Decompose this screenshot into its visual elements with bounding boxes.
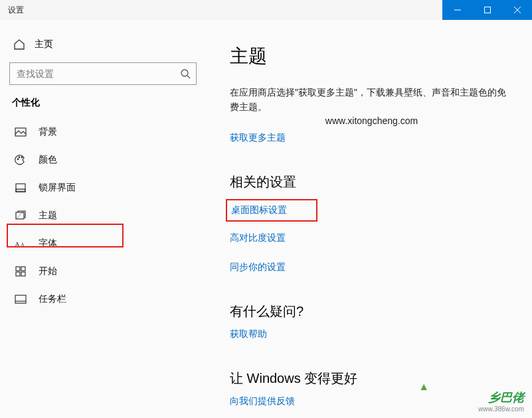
search-icon — [180, 68, 191, 79]
maximize-icon — [484, 7, 491, 13]
search-input[interactable] — [17, 68, 180, 79]
font-icon: AA — [15, 238, 27, 249]
picture-icon — [15, 126, 27, 138]
svg-rect-15 — [16, 267, 20, 271]
sidebar-item-label: 背景 — [39, 126, 57, 138]
minimize-button[interactable] — [442, 0, 472, 20]
svg-point-8 — [19, 157, 20, 158]
sidebar-item-start[interactable]: 开始 — [9, 257, 197, 285]
theme-icon — [15, 210, 27, 222]
highlight-box-link: 桌面图标设置 — [226, 199, 317, 222]
watermark-url: www.xitongcheng.com — [230, 113, 513, 128]
sidebar-item-fonts[interactable]: AA 字体 — [9, 230, 197, 257]
svg-rect-11 — [16, 189, 25, 192]
sidebar-item-label: 锁屏界面 — [39, 182, 76, 194]
lockscreen-icon — [15, 182, 27, 194]
sidebar-item-themes[interactable]: 主题 — [9, 202, 197, 230]
svg-rect-19 — [15, 295, 26, 303]
svg-rect-16 — [21, 267, 25, 271]
get-more-themes-link[interactable]: 获取更多主题 — [230, 132, 286, 144]
home-link[interactable]: 主页 — [9, 33, 197, 56]
minimize-icon — [454, 7, 461, 13]
main-content: 主题 在应用商店选择"获取更多主题"，下载兼具壁纸、声音和主题色的免费主题。 w… — [206, 20, 532, 418]
help-heading: 有什么疑问? — [230, 303, 513, 320]
taskbar-icon — [15, 293, 27, 305]
window-title: 设置 — [0, 5, 24, 16]
maximize-button[interactable] — [472, 0, 502, 20]
svg-rect-1 — [484, 7, 490, 13]
related-heading: 相关的设置 — [230, 173, 513, 191]
sidebar-section-title: 个性化 — [12, 97, 197, 109]
sync-settings-link[interactable]: 同步你的设置 — [230, 261, 286, 273]
search-box[interactable] — [9, 62, 197, 85]
sidebar-item-label: 任务栏 — [39, 293, 66, 305]
svg-text:A: A — [15, 240, 20, 248]
svg-line-5 — [187, 76, 190, 78]
sidebar-item-background[interactable]: 背景 — [9, 118, 197, 146]
sidebar-item-label: 主题 — [39, 210, 57, 222]
close-icon — [514, 7, 521, 13]
page-title: 主题 — [230, 44, 513, 69]
sidebar-item-label: 开始 — [39, 265, 57, 277]
sidebar-item-taskbar[interactable]: 任务栏 — [9, 285, 197, 313]
sidebar-item-colors[interactable]: 颜色 — [9, 146, 197, 174]
page-description: 在应用商店选择"获取更多主题"，下载兼具壁纸、声音和主题色的免费主题。 www.… — [230, 85, 513, 128]
home-label: 主页 — [35, 38, 53, 50]
close-button[interactable] — [502, 0, 532, 20]
svg-rect-17 — [16, 272, 20, 276]
sidebar-item-label: 字体 — [39, 238, 57, 249]
high-contrast-link[interactable]: 高对比度设置 — [230, 232, 286, 244]
svg-point-9 — [21, 157, 23, 158]
desktop-icon-settings-link[interactable]: 桌面图标设置 — [231, 204, 287, 216]
home-icon — [13, 38, 25, 50]
palette-icon — [15, 154, 27, 166]
feedback-heading: 让 Windows 变得更好 — [230, 370, 513, 387]
svg-point-4 — [181, 70, 188, 76]
svg-rect-18 — [21, 272, 25, 276]
sidebar-item-lockscreen[interactable]: 锁屏界面 — [9, 174, 197, 202]
feedback-link[interactable]: 向我们提供反馈 — [230, 395, 295, 407]
svg-text:A: A — [21, 242, 25, 248]
start-icon — [15, 265, 27, 277]
sidebar: 主页 个性化 背景 颜色 锁屏界面 — [0, 20, 206, 418]
svg-point-7 — [17, 159, 19, 160]
sidebar-item-label: 颜色 — [39, 154, 57, 166]
titlebar: 设置 — [0, 0, 532, 20]
get-help-link[interactable]: 获取帮助 — [230, 328, 267, 340]
window-controls — [442, 0, 532, 20]
